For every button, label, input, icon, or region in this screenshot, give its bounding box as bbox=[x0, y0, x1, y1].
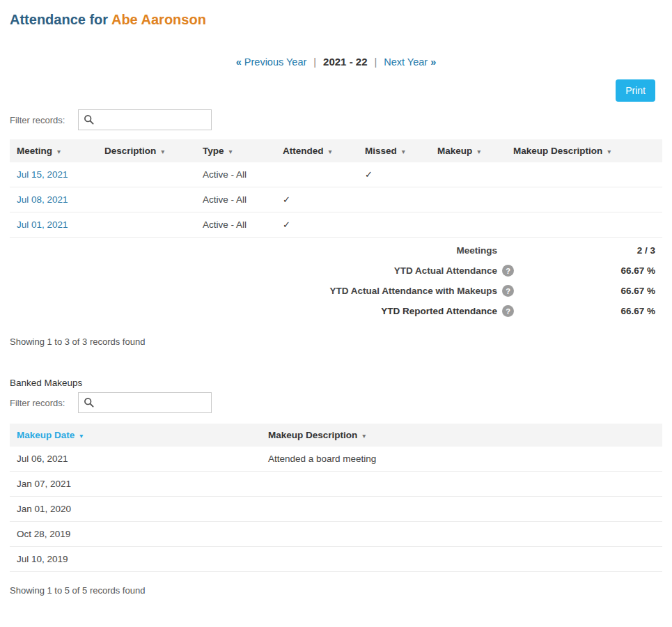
column-label: Description bbox=[104, 146, 156, 156]
attended-cell: ✓ bbox=[276, 187, 358, 212]
table-row: Jul 10, 2019 bbox=[10, 547, 662, 572]
makeup-description-cell bbox=[261, 547, 662, 572]
banked-header-row: Makeup Date▾ Makeup Description▾ bbox=[10, 424, 662, 447]
column-header-makeup[interactable]: Makeup▾ bbox=[430, 139, 506, 162]
filter-records-label: Filter records: bbox=[10, 115, 78, 125]
type-cell: Active - All bbox=[196, 187, 276, 212]
next-year-label: Next Year bbox=[384, 56, 428, 68]
help-icon[interactable]: ? bbox=[502, 285, 514, 297]
type-cell: Active - All bbox=[196, 212, 276, 238]
sort-arrow-icon: ▾ bbox=[57, 148, 61, 155]
makeup-cell bbox=[430, 187, 506, 212]
sort-arrow-icon: ▾ bbox=[477, 148, 480, 155]
separator: | bbox=[374, 56, 377, 68]
meeting-link[interactable]: Jul 15, 2021 bbox=[17, 169, 68, 180]
column-header-makeup-description[interactable]: Makeup Description▾ bbox=[261, 424, 662, 447]
makeup-cell bbox=[430, 162, 506, 187]
current-year-label: 2021 - 22 bbox=[323, 56, 367, 68]
separator: | bbox=[313, 56, 316, 68]
column-label: Type bbox=[203, 146, 224, 156]
summary-label: YTD Actual Attendance with Makeups? bbox=[10, 285, 514, 297]
banked-filter-row: Filter records: bbox=[10, 392, 662, 413]
sort-arrow-icon: ▾ bbox=[329, 148, 332, 155]
banked-search-input[interactable] bbox=[78, 392, 212, 413]
makeup-date-cell: Jan 07, 2021 bbox=[10, 472, 261, 497]
column-header-attended[interactable]: Attended▾ bbox=[276, 139, 358, 162]
help-icon[interactable]: ? bbox=[502, 305, 514, 317]
description-cell bbox=[97, 187, 196, 212]
attendance-record-count: Showing 1 to 3 of 3 records found bbox=[10, 336, 662, 347]
summary-value: 2 / 3 bbox=[514, 245, 662, 256]
column-label: Makeup bbox=[437, 146, 472, 156]
column-label: Missed bbox=[365, 146, 397, 156]
makeup-description-cell bbox=[506, 212, 662, 238]
meeting-date-cell: Jul 15, 2021 bbox=[10, 162, 97, 187]
page-title: Attendance for Abe Aaronson bbox=[10, 11, 662, 28]
page-title-prefix: Attendance for bbox=[10, 12, 111, 27]
column-header-makeup-date[interactable]: Makeup Date▾ bbox=[10, 424, 261, 447]
previous-year-label: Previous Year bbox=[244, 56, 306, 68]
column-header-description[interactable]: Description▾ bbox=[97, 139, 196, 162]
summary-value: 66.67 % bbox=[514, 265, 662, 276]
table-row: Jan 07, 2021 bbox=[10, 472, 662, 497]
table-row: Jul 01, 2021 Active - All ✓ bbox=[10, 212, 662, 238]
summary-label: Meetings bbox=[10, 245, 514, 256]
type-cell: Active - All bbox=[196, 162, 276, 187]
column-header-missed[interactable]: Missed▾ bbox=[358, 139, 430, 162]
double-chevron-left-icon: « bbox=[236, 56, 242, 68]
summary-value: 66.67 % bbox=[514, 306, 662, 316]
summary-row-ytd-reported: YTD Reported Attendance? 66.67 % bbox=[10, 301, 662, 321]
missed-cell: ✓ bbox=[358, 162, 430, 187]
makeup-date-cell: Oct 28, 2019 bbox=[10, 522, 261, 547]
description-cell bbox=[97, 212, 196, 238]
sort-arrow-icon: ▾ bbox=[79, 432, 83, 440]
description-cell bbox=[97, 162, 196, 187]
sort-arrow-icon: ▾ bbox=[402, 148, 405, 155]
makeup-description-cell bbox=[506, 162, 662, 187]
summary-row-meetings: Meetings 2 / 3 bbox=[10, 240, 662, 261]
meeting-link[interactable]: Jul 01, 2021 bbox=[17, 219, 68, 230]
attendance-summary: Meetings 2 / 3 YTD Actual Attendance? 66… bbox=[10, 240, 662, 321]
sort-arrow-icon: ▾ bbox=[607, 148, 611, 155]
makeup-cell bbox=[430, 212, 506, 238]
banked-makeups-title: Banked Makeups bbox=[10, 378, 662, 388]
meeting-link[interactable]: Jul 08, 2021 bbox=[17, 194, 68, 205]
column-label: Makeup Date bbox=[17, 430, 75, 440]
next-year-link[interactable]: Next Year » bbox=[384, 56, 436, 68]
summary-row-ytd-actual: YTD Actual Attendance? 66.67 % bbox=[10, 261, 662, 281]
attendance-table: Meeting▾ Description▾ Type▾ Attended▾ Mi… bbox=[10, 139, 662, 238]
print-button[interactable]: Print bbox=[616, 79, 655, 102]
sort-arrow-icon: ▾ bbox=[362, 432, 366, 440]
column-header-makeup-description[interactable]: Makeup Description▾ bbox=[506, 139, 662, 162]
banked-makeups-table: Makeup Date▾ Makeup Description▾ Jul 06,… bbox=[10, 424, 662, 572]
attendance-filter-row: Filter records: bbox=[10, 109, 662, 130]
banked-search bbox=[78, 392, 212, 413]
column-label: Makeup Description bbox=[268, 430, 357, 440]
table-row: Jan 01, 2020 bbox=[10, 497, 662, 522]
attendance-search-input[interactable] bbox=[78, 109, 212, 130]
missed-cell bbox=[358, 212, 430, 238]
previous-year-link[interactable]: « Previous Year bbox=[236, 56, 307, 68]
table-row: Jul 15, 2021 Active - All ✓ bbox=[10, 162, 662, 187]
attendance-header-row: Meeting▾ Description▾ Type▾ Attended▾ Mi… bbox=[10, 139, 662, 162]
attended-cell bbox=[276, 162, 358, 187]
meeting-date-cell: Jul 01, 2021 bbox=[10, 212, 97, 238]
table-row: Jul 06, 2021 Attended a board meeting bbox=[10, 447, 662, 472]
makeup-description-cell bbox=[506, 187, 662, 212]
column-header-type[interactable]: Type▾ bbox=[196, 139, 276, 162]
sort-arrow-icon: ▾ bbox=[161, 148, 164, 155]
table-row: Jul 08, 2021 Active - All ✓ bbox=[10, 187, 662, 212]
table-row: Oct 28, 2019 bbox=[10, 522, 662, 547]
column-header-meeting[interactable]: Meeting▾ bbox=[10, 139, 97, 162]
help-icon[interactable]: ? bbox=[502, 265, 514, 277]
column-label: Attended bbox=[283, 146, 324, 156]
makeup-date-cell: Jan 01, 2020 bbox=[10, 497, 261, 522]
missed-cell bbox=[358, 187, 430, 212]
makeup-date-cell: Jul 06, 2021 bbox=[10, 447, 261, 472]
makeup-description-cell bbox=[261, 522, 662, 547]
attended-cell: ✓ bbox=[276, 212, 358, 238]
meeting-date-cell: Jul 08, 2021 bbox=[10, 187, 97, 212]
filter-records-label: Filter records: bbox=[10, 398, 78, 408]
summary-value: 66.67 % bbox=[514, 286, 662, 296]
makeup-description-cell bbox=[261, 497, 662, 522]
